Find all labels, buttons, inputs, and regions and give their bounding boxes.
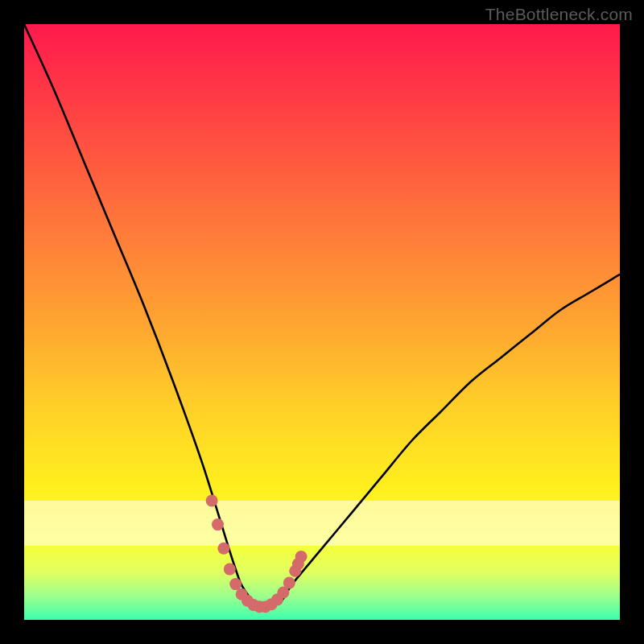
main-curve (24, 24, 620, 609)
highlight-dot (229, 578, 242, 590)
highlight-dot (217, 543, 229, 555)
highlight-dot (295, 551, 308, 563)
watermark-text: TheBottleneck.com (485, 5, 633, 24)
highlight-dot (224, 564, 236, 576)
plot-area (24, 24, 620, 620)
highlight-dot (283, 577, 295, 589)
highlight-dot (212, 518, 224, 530)
curve-layer (24, 24, 620, 620)
chart-frame: TheBottleneck.com (0, 0, 644, 644)
highlight-dot (206, 495, 218, 507)
